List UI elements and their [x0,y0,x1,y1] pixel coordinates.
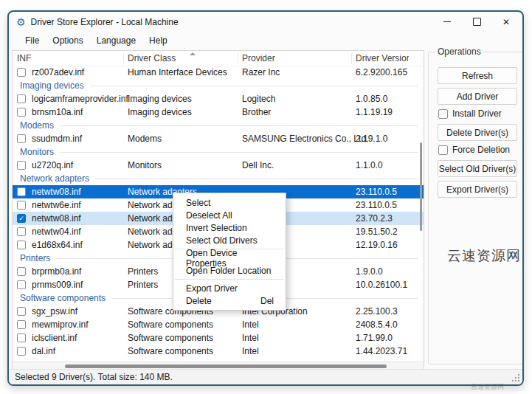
delete-menu-item[interactable]: DeleteDel [173,294,286,307]
add-driver-button[interactable]: Add Driver [438,88,517,105]
table-row[interactable]: u2720q.infMonitorsDell Inc.1.1.0.0 [13,159,424,172]
row-checkbox[interactable] [17,201,26,210]
select-old-drivers-menu-item[interactable]: Select Old Drivers [173,234,286,246]
row-checkbox[interactable] [17,280,26,289]
export-driver-menu-item[interactable]: Export Driver [173,282,286,294]
cell-version: 2408.5.4.0 [356,319,398,330]
menu-item-label: Invert Selection [186,223,247,233]
open-device-properties-menu-item[interactable]: Open Device Properties [173,252,286,264]
operations-panel: Operations RefreshAdd DriverInstall Driv… [428,52,524,364]
cell-version: 10.0.26100.1 [356,280,407,290]
app-window: ⚙ Driver Store Explorer - Local Machine … [7,10,524,386]
cell-inf: logicamframeprovider.inf [32,94,128,104]
column-divider [123,53,124,63]
cell-provider: Logitech [242,94,275,104]
cell-driver-class: Modems [128,134,162,144]
table-row[interactable]: brnsm10a.infImaging devicesBrother1.1.19… [13,106,424,119]
install-driver-checkbox[interactable]: Install Driver [438,108,517,119]
deselect-all-menu-item[interactable]: Deselect All [173,209,286,221]
menu-help[interactable]: Help [142,33,174,48]
row-checkbox[interactable] [17,108,26,117]
cell-provider: SAMSUNG Electronics Co., Ltd. [242,134,368,144]
cell-version: 19.51.50.2 [356,227,398,237]
table-row[interactable]: mewmiprov.infSoftware componentsIntel240… [13,318,424,331]
delete-driver-s-button[interactable]: Delete Driver(s) [438,124,517,141]
close-icon: ✕ [502,18,510,27]
cell-inf: iclsclient.inf [32,333,77,343]
menu-language[interactable]: Language [90,33,142,48]
table-row[interactable]: ssudmdm.infModemsSAMSUNG Electronics Co.… [13,132,424,145]
cell-driver-class: Software components [128,319,213,330]
watermark: 云速资源网 [438,246,530,266]
window-title: Driver Store Explorer - Local Machine [31,17,179,27]
menu-item-label: Delete [186,296,212,306]
watermark-small: 云速资源网 [471,382,504,392]
column-header-inf[interactable]: INF [17,53,31,63]
cell-inf: brnsm10a.inf [32,107,83,117]
table-row[interactable]: rz007adev.infHuman Interface DevicesRaze… [13,66,424,79]
row-checkbox[interactable] [17,68,26,77]
menu-separator [175,279,284,280]
cell-version: 23.110.0.5 [356,187,397,197]
checkbox-label: Install Driver [452,108,502,119]
open-folder-location-menu-item[interactable]: Open Folder Location [173,264,286,277]
table-row[interactable]: iclsclient.infSoftware componentsIntel1.… [13,331,424,345]
row-checkbox[interactable] [17,161,26,170]
menu-options[interactable]: Options [46,33,89,48]
cell-version: 1.1.19.19 [356,107,393,117]
table-row[interactable]: logicamframeprovider.infImaging devicesL… [13,92,424,106]
invert-selection-menu-item[interactable]: Invert Selection [173,221,286,234]
vertical-scrollbar-thumb[interactable] [420,142,422,231]
row-checkbox[interactable] [17,333,26,342]
horizontal-scrollbar-thumb[interactable] [65,364,387,368]
group-label: Monitors [20,147,54,157]
cell-inf: dal.inf [32,346,55,356]
select-menu-item[interactable]: Select [173,196,286,209]
maximize-button[interactable] [462,12,491,32]
cell-version: 1.0.85.0 [356,94,387,104]
close-button[interactable]: ✕ [491,12,521,32]
table-row[interactable]: dal.infSoftware componentsIntel1.44.2023… [13,345,424,358]
cell-driver-class: Imaging devices [128,94,192,104]
title-bar[interactable]: ⚙ Driver Store Explorer - Local Machine … [9,12,522,32]
minimize-button[interactable] [432,12,462,32]
row-checkbox[interactable] [17,241,26,249]
menu-file[interactable]: File [18,33,46,48]
cell-version: 23.110.0.5 [356,200,397,210]
cell-version: 12.19.0.16 [356,240,398,250]
row-checkbox[interactable] [17,267,26,276]
cell-driver-class: Monitors [128,160,162,170]
checkbox-box [438,145,448,155]
group-row: Monitors [13,145,424,159]
cell-inf: netwtw04.inf [32,227,81,237]
context-menu: SelectDeselect AllInvert SelectionSelect… [173,193,286,311]
column-header-driver-version[interactable]: Driver Version [356,53,409,63]
row-checkbox[interactable]: ✓ [17,214,26,223]
resize-grip-icon[interactable] [511,373,520,382]
row-checkbox[interactable] [17,94,26,103]
row-checkbox[interactable] [17,134,26,143]
export-driver-s-button[interactable]: Export Driver(s) [438,181,517,198]
column-header-driver-class[interactable]: Driver Class [128,53,176,63]
cell-driver-class: Imaging devices [128,107,192,117]
group-row: Network adapters [13,172,424,185]
cell-version: 1.71.99.0 [356,333,393,343]
menu-item-label: Export Driver [186,283,238,294]
refresh-button[interactable]: Refresh [438,67,517,84]
group-line [90,86,418,86]
row-checkbox[interactable] [17,320,26,329]
cell-inf: u2720q.inf [32,160,73,170]
force-deletion-checkbox[interactable]: Force Deletion [438,145,517,155]
column-header-provider[interactable]: Provider [242,53,275,63]
cell-provider: Brother [242,107,271,117]
row-checkbox[interactable] [17,307,26,316]
group-line [60,125,418,126]
cell-inf: brprmb0a.inf [32,266,81,277]
cell-inf: e1d68x64.inf [32,240,83,250]
row-checkbox[interactable] [17,187,26,196]
cell-driver-class: Software components [128,333,213,343]
select-old-driver-s-button[interactable]: Select Old Driver(s) [438,160,517,177]
checkbox-box [438,109,448,119]
row-checkbox[interactable] [17,347,26,356]
row-checkbox[interactable] [17,227,26,236]
